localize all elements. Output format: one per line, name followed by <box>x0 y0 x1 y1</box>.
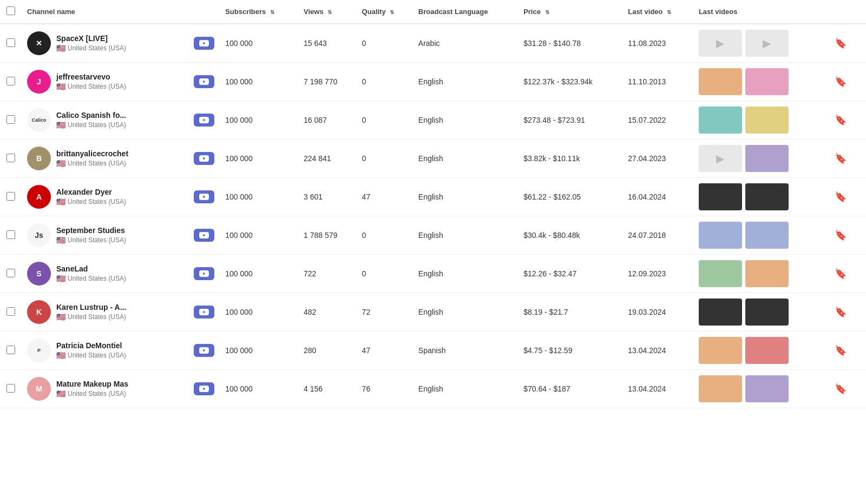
price-cell: $12.26 - $32.47 <box>518 255 622 293</box>
header-last-videos: Last videos <box>693 0 825 24</box>
price-cell: $8.19 - $21.7 <box>518 293 622 331</box>
table-row: B brittanyalicecrochet 🇺🇸 United States … <box>0 140 866 178</box>
bookmark-cell: 🔖 <box>825 24 866 63</box>
row-checkbox-cell <box>0 101 22 140</box>
header-views[interactable]: Views ⇅ <box>298 0 357 24</box>
last-video-cell: 15.07.2022 <box>622 101 693 140</box>
price-cell: $122.37k - $323.94k <box>518 63 622 101</box>
price-sort-icon: ⇅ <box>545 9 549 15</box>
avatar: P <box>27 339 51 362</box>
bookmark-button[interactable]: 🔖 <box>830 227 851 243</box>
last-video-cell: 11.10.2013 <box>622 63 693 101</box>
youtube-button[interactable] <box>194 152 214 165</box>
language-cell: English <box>413 101 518 140</box>
youtube-button[interactable] <box>194 267 214 280</box>
last-videos-cell <box>693 63 825 101</box>
row-checkbox-cell <box>0 140 22 178</box>
subscribers-cell: 100 000 <box>220 24 298 63</box>
row-checkbox[interactable] <box>6 154 15 162</box>
video-thumb-2: ▶ <box>745 30 789 57</box>
channel-cell: J jeffreestarvevo 🇺🇸 United States (USA) <box>22 63 220 101</box>
views-cell: 1 788 579 <box>298 216 357 255</box>
avatar: S <box>27 262 51 286</box>
table-row: A Alexander Dyer 🇺🇸 United States (USA) … <box>0 178 866 216</box>
bookmark-button[interactable]: 🔖 <box>830 342 851 359</box>
subscribers-cell: 100 000 <box>220 63 298 101</box>
price-cell: $4.75 - $12.59 <box>518 331 622 370</box>
channel-cell: B brittanyalicecrochet 🇺🇸 United States … <box>22 140 220 178</box>
youtube-button[interactable] <box>194 37 214 50</box>
table-header-row: Channel name Subscribers ⇅ Views ⇅ Quali… <box>0 0 866 24</box>
row-checkbox[interactable] <box>6 346 15 354</box>
row-checkbox[interactable] <box>6 38 15 47</box>
row-checkbox[interactable] <box>6 192 15 201</box>
bookmark-button[interactable]: 🔖 <box>830 304 851 320</box>
row-checkbox[interactable] <box>6 307 15 316</box>
bookmark-button[interactable]: 🔖 <box>830 189 851 205</box>
bookmark-button[interactable]: 🔖 <box>830 150 851 167</box>
video-thumb-1 <box>699 375 742 402</box>
bookmark-button[interactable]: 🔖 <box>830 266 851 282</box>
subscribers-cell: 100 000 <box>220 178 298 216</box>
language-cell: English <box>413 216 518 255</box>
last-videos-cell <box>693 101 825 140</box>
flag-icon: 🇺🇸 <box>56 44 65 52</box>
subscribers-cell: 100 000 <box>220 255 298 293</box>
youtube-button[interactable] <box>194 229 214 242</box>
bookmark-cell: 🔖 <box>825 63 866 101</box>
bookmark-cell: 🔖 <box>825 293 866 331</box>
channel-cell: M Mature Makeup Mas 🇺🇸 United States (US… <box>22 370 220 408</box>
youtube-button[interactable] <box>194 75 214 88</box>
youtube-button[interactable] <box>194 306 214 319</box>
bookmark-button[interactable]: 🔖 <box>830 35 851 51</box>
bookmark-button[interactable]: 🔖 <box>830 74 851 90</box>
select-all-checkbox[interactable] <box>6 6 15 15</box>
country-text: United States (USA) <box>68 121 126 129</box>
price-cell: $273.48 - $723.91 <box>518 101 622 140</box>
last-videos-cell: ▶ <box>693 140 825 178</box>
bookmark-cell: 🔖 <box>825 140 866 178</box>
bookmark-button[interactable]: 🔖 <box>830 381 851 397</box>
flag-icon: 🇺🇸 <box>56 159 65 168</box>
row-checkbox[interactable] <box>6 384 15 393</box>
quality-cell: 0 <box>357 63 413 101</box>
price-cell: $70.64 - $187 <box>518 370 622 408</box>
header-subscribers[interactable]: Subscribers ⇅ <box>220 0 298 24</box>
youtube-button[interactable] <box>194 114 214 127</box>
video-thumb-1 <box>699 107 742 134</box>
youtube-icon <box>199 232 209 238</box>
table-row: S SaneLad 🇺🇸 United States (USA) 100 000… <box>0 255 866 293</box>
channel-info: SpaceX [LIVE] 🇺🇸 United States (USA) <box>56 34 188 52</box>
country-text: United States (USA) <box>68 160 126 167</box>
video-thumb-2 <box>745 299 789 326</box>
channel-info: Mature Makeup Mas 🇺🇸 United States (USA) <box>56 380 188 398</box>
youtube-button[interactable] <box>194 344 214 357</box>
row-checkbox[interactable] <box>6 269 15 277</box>
channel-country: 🇺🇸 United States (USA) <box>56 389 188 398</box>
youtube-button[interactable] <box>194 382 214 395</box>
bookmark-button[interactable]: 🔖 <box>830 112 851 128</box>
table-row: K Karen Lustrup - A... 🇺🇸 United States … <box>0 293 866 331</box>
youtube-icon <box>199 309 209 315</box>
views-cell: 4 156 <box>298 370 357 408</box>
channel-name: SpaceX [LIVE] <box>56 34 188 43</box>
youtube-button[interactable] <box>194 190 214 203</box>
row-checkbox-cell <box>0 216 22 255</box>
channel-name: Calico Spanish fo... <box>56 111 188 120</box>
subscribers-cell: 100 000 <box>220 140 298 178</box>
avatar: A <box>27 185 51 209</box>
channel-cell: A Alexander Dyer 🇺🇸 United States (USA) <box>22 178 220 216</box>
subscribers-sort-icon: ⇅ <box>270 9 274 15</box>
header-last-video[interactable]: Last video ⇅ <box>622 0 693 24</box>
avatar: B <box>27 147 51 170</box>
header-price[interactable]: Price ⇅ <box>518 0 622 24</box>
header-quality[interactable]: Quality ⇅ <box>357 0 413 24</box>
views-cell: 482 <box>298 293 357 331</box>
last-video-cell: 12.09.2023 <box>622 255 693 293</box>
row-checkbox[interactable] <box>6 77 15 85</box>
row-checkbox[interactable] <box>6 115 15 124</box>
youtube-icon <box>199 155 209 162</box>
country-text: United States (USA) <box>68 83 126 90</box>
channel-country: 🇺🇸 United States (USA) <box>56 274 188 283</box>
row-checkbox[interactable] <box>6 230 15 239</box>
